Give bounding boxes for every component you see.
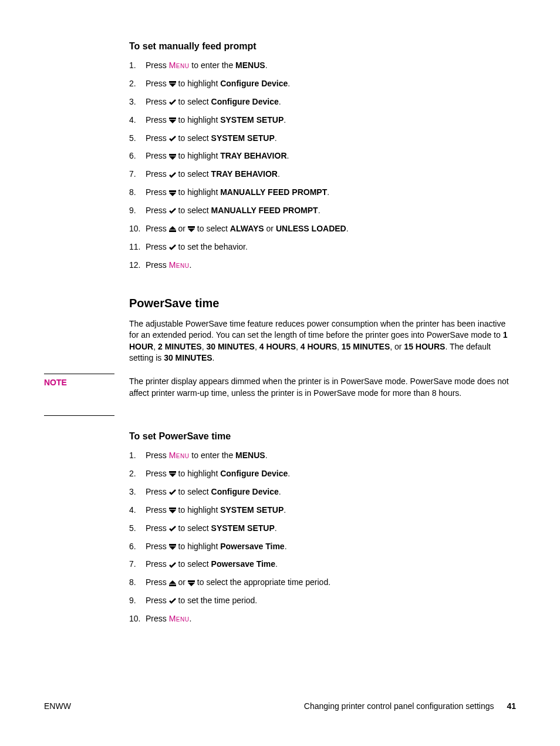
down-arrow-icon xyxy=(169,508,176,513)
heading-set-powersave: To set PowerSave time xyxy=(129,431,516,442)
step-item: 4.Press to highlight SYSTEM SETUP. xyxy=(129,115,516,126)
svg-rect-16 xyxy=(169,544,176,546)
svg-rect-12 xyxy=(169,471,176,473)
menu-text: Menu xyxy=(169,451,190,460)
svg-marker-13 xyxy=(169,473,176,477)
svg-rect-19 xyxy=(169,584,176,586)
svg-marker-7 xyxy=(169,193,176,196)
note-label-wrap: NOTE xyxy=(44,374,129,416)
svg-marker-21 xyxy=(188,583,195,586)
heading-powersave: PowerSave time xyxy=(129,297,516,310)
step-item: 10.Press or to select ALWAYS or UNLESS L… xyxy=(129,223,516,234)
down-arrow-icon xyxy=(188,580,195,586)
step-item: 2.Press to highlight Configure Device. xyxy=(129,468,516,479)
up-arrow-icon xyxy=(169,226,176,232)
step-item: 8.Press to highlight MANUALLY FEED PROMP… xyxy=(129,187,516,198)
step-item: 8.Press or to select the appropriate tim… xyxy=(129,577,516,588)
step-item: 2.Press to highlight Configure Device. xyxy=(129,78,516,89)
step-item: 12.Press Menu. xyxy=(129,260,516,271)
step-item: 10.Press Menu. xyxy=(129,613,516,624)
page-footer: ENWW Changing printer control panel conf… xyxy=(44,701,516,711)
footer-title: Changing printer control panel configura… xyxy=(304,701,494,711)
check-icon xyxy=(169,562,176,568)
step-item: 1.Press Menu to enter the MENUS. xyxy=(129,60,516,71)
step-item: 3.Press to select Configure Device. xyxy=(129,486,516,498)
up-arrow-icon xyxy=(169,580,176,586)
content-column: To set manually feed prompt 1.Press Menu… xyxy=(129,41,516,364)
step-item: 11.Press to set the behavior. xyxy=(129,241,516,253)
down-arrow-icon xyxy=(169,154,176,160)
check-icon xyxy=(169,172,176,178)
down-arrow-icon xyxy=(188,226,195,232)
svg-marker-11 xyxy=(188,228,195,232)
step-item: 5.Press to select SYSTEM SETUP. xyxy=(129,133,516,144)
step-item: 6.Press to highlight Powersave Time. xyxy=(129,541,516,552)
svg-marker-18 xyxy=(169,580,176,584)
svg-marker-8 xyxy=(169,226,176,230)
heading-manually-feed: To set manually feed prompt xyxy=(129,41,516,52)
note-label: NOTE xyxy=(44,374,114,416)
footer-left: ENWW xyxy=(44,701,71,711)
down-arrow-icon xyxy=(169,544,176,550)
svg-rect-9 xyxy=(169,230,176,232)
svg-rect-4 xyxy=(169,154,176,156)
svg-marker-17 xyxy=(169,546,176,550)
check-icon xyxy=(169,489,176,495)
svg-marker-5 xyxy=(169,156,176,160)
page-number: 41 xyxy=(507,701,516,711)
step-item: 7.Press to select TRAY BEHAVIOR. xyxy=(129,169,516,180)
step-item: 4.Press to highlight SYSTEM SETUP. xyxy=(129,505,516,516)
check-icon xyxy=(169,598,176,604)
check-icon xyxy=(169,136,176,142)
content-column-2: To set PowerSave time 1.Press Menu to en… xyxy=(129,431,516,624)
steps-manually-feed: 1.Press Menu to enter the MENUS.2.Press … xyxy=(129,60,516,271)
step-item: 9.Press to select MANUALLY FEED PROMPT. xyxy=(129,205,516,216)
down-arrow-icon xyxy=(169,471,176,477)
check-icon xyxy=(169,526,176,532)
note-block: NOTE The printer display appears dimmed … xyxy=(44,374,516,416)
step-item: 6.Press to highlight TRAY BEHAVIOR. xyxy=(129,150,516,162)
svg-rect-20 xyxy=(188,580,195,582)
svg-rect-6 xyxy=(169,190,176,192)
svg-rect-10 xyxy=(188,226,195,228)
steps-set-powersave: 1.Press Menu to enter the MENUS.2.Press … xyxy=(129,450,516,624)
check-icon xyxy=(169,208,176,214)
svg-rect-2 xyxy=(169,117,176,119)
step-item: 5.Press to select SYSTEM SETUP. xyxy=(129,523,516,534)
menu-text: Menu xyxy=(169,260,190,270)
check-icon xyxy=(169,99,176,105)
step-item: 9.Press to set the time period. xyxy=(129,595,516,606)
powersave-description: The adjustable PowerSave time feature re… xyxy=(129,318,516,364)
down-arrow-icon xyxy=(169,190,176,196)
down-arrow-icon xyxy=(169,117,176,123)
svg-marker-15 xyxy=(169,510,176,513)
check-icon xyxy=(169,244,176,250)
menu-text: Menu xyxy=(169,614,190,623)
svg-rect-0 xyxy=(169,81,176,83)
footer-right: Changing printer control panel configura… xyxy=(304,701,516,711)
svg-marker-1 xyxy=(169,83,176,87)
step-item: 3.Press to select Configure Device. xyxy=(129,96,516,107)
menu-text: Menu xyxy=(169,61,190,70)
step-item: 7.Press to select Powersave Time. xyxy=(129,559,516,570)
svg-rect-14 xyxy=(169,508,176,509)
step-item: 1.Press Menu to enter the MENUS. xyxy=(129,450,516,461)
down-arrow-icon xyxy=(169,81,176,87)
svg-marker-3 xyxy=(169,120,176,123)
page: To set manually feed prompt 1.Press Menu… xyxy=(0,0,560,624)
note-body: The printer display appears dimmed when … xyxy=(129,374,516,399)
